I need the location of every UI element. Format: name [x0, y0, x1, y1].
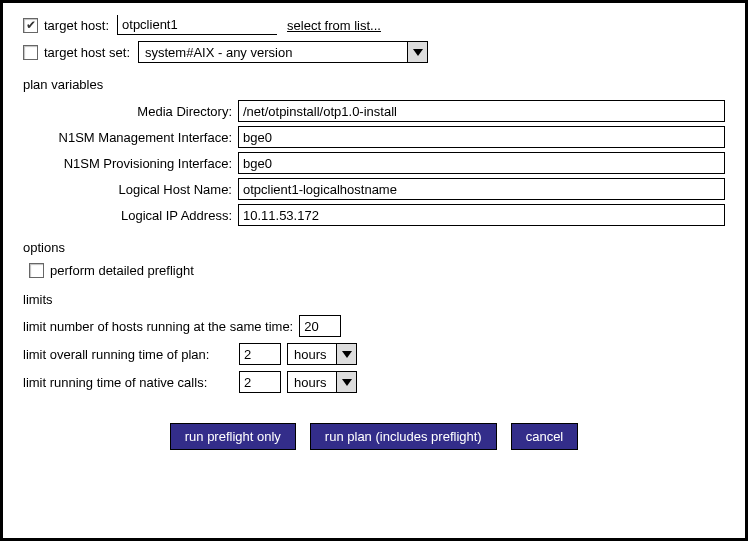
- pv-label: Logical IP Address:: [23, 208, 238, 223]
- options-row: perform detailed preflight: [29, 263, 725, 278]
- limits-hosts-row: limit number of hosts running at the sam…: [23, 315, 725, 337]
- limits-overall-label: limit overall running time of plan:: [23, 347, 233, 362]
- limits-hosts-label: limit number of hosts running at the sam…: [23, 319, 293, 334]
- dialog-frame: target host: select from list... target …: [0, 0, 748, 541]
- limits-header: limits: [23, 292, 725, 307]
- svg-marker-0: [413, 49, 423, 56]
- select-from-list-link[interactable]: select from list...: [287, 18, 381, 33]
- logical-hostname-input[interactable]: [238, 178, 725, 200]
- detailed-preflight-checkbox[interactable]: [29, 263, 44, 278]
- limits-overall-unit-value: hours: [288, 344, 336, 364]
- target-host-label: target host:: [44, 18, 109, 33]
- n1sm-mgmt-input[interactable]: [238, 126, 725, 148]
- target-hostset-label: target host set:: [44, 45, 130, 60]
- pv-row-mgmt: N1SM Management Interface:: [23, 126, 725, 148]
- limits-native-input[interactable]: [239, 371, 281, 393]
- detailed-preflight-label: perform detailed preflight: [50, 263, 194, 278]
- run-preflight-button[interactable]: run preflight only: [170, 423, 296, 450]
- pv-label: Logical Host Name:: [23, 182, 238, 197]
- chevron-down-icon[interactable]: [407, 42, 427, 62]
- limits-native-unit-value: hours: [288, 372, 336, 392]
- limits-overall-unit-select[interactable]: hours: [287, 343, 357, 365]
- target-hostset-value: system#AIX - any version: [139, 42, 407, 62]
- button-row: run preflight only run plan (includes pr…: [23, 423, 725, 450]
- pv-label: N1SM Provisioning Interface:: [23, 156, 238, 171]
- chevron-down-icon[interactable]: [336, 344, 356, 364]
- plan-variables-header: plan variables: [23, 77, 725, 92]
- cancel-button[interactable]: cancel: [511, 423, 579, 450]
- pv-row-lhost: Logical Host Name:: [23, 178, 725, 200]
- target-hostset-checkbox[interactable]: [23, 45, 38, 60]
- pv-row-media: Media Directory:: [23, 100, 725, 122]
- run-plan-button[interactable]: run plan (includes preflight): [310, 423, 497, 450]
- target-hostset-row: target host set: system#AIX - any versio…: [23, 41, 725, 63]
- svg-marker-2: [342, 379, 352, 386]
- target-host-checkbox[interactable]: [23, 18, 38, 33]
- logical-ip-input[interactable]: [238, 204, 725, 226]
- pv-row-prov: N1SM Provisioning Interface:: [23, 152, 725, 174]
- options-header: options: [23, 240, 725, 255]
- pv-label: Media Directory:: [23, 104, 238, 119]
- target-hostset-select[interactable]: system#AIX - any version: [138, 41, 428, 63]
- pv-row-lip: Logical IP Address:: [23, 204, 725, 226]
- pv-label: N1SM Management Interface:: [23, 130, 238, 145]
- limits-native-unit-select[interactable]: hours: [287, 371, 357, 393]
- svg-marker-1: [342, 351, 352, 358]
- target-host-row: target host: select from list...: [23, 15, 725, 35]
- chevron-down-icon[interactable]: [336, 372, 356, 392]
- limits-native-row: limit running time of native calls: hour…: [23, 371, 725, 393]
- limits-native-label: limit running time of native calls:: [23, 375, 233, 390]
- limits-overall-input[interactable]: [239, 343, 281, 365]
- media-directory-input[interactable]: [238, 100, 725, 122]
- limits-hosts-input[interactable]: [299, 315, 341, 337]
- n1sm-prov-input[interactable]: [238, 152, 725, 174]
- limits-overall-row: limit overall running time of plan: hour…: [23, 343, 725, 365]
- target-host-input[interactable]: [117, 15, 277, 35]
